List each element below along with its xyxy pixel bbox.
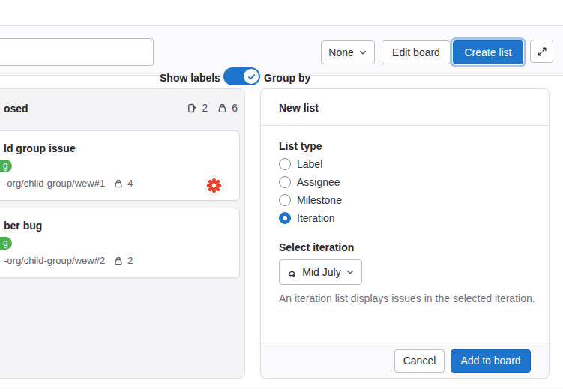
radio-button[interactable] <box>279 194 291 206</box>
panel-header: New list <box>261 89 549 126</box>
edit-board-label: Edit board <box>392 46 440 58</box>
edit-board-button[interactable]: Edit board <box>382 40 451 64</box>
chevron-down-icon <box>346 268 355 277</box>
group-by-dropdown[interactable]: None <box>321 40 375 64</box>
radio-option-milestone[interactable]: Milestone <box>279 194 342 206</box>
issue-count: 2 <box>202 102 208 114</box>
iteration-dropdown[interactable]: Mid July <box>279 259 362 285</box>
issue-card[interactable]: ber bug g -org/child-group/wew#2 2 <box>0 208 240 278</box>
issue-weight: 2 <box>127 255 133 266</box>
show-labels-label: Show labels <box>160 72 220 84</box>
issue-title: ld group issue <box>4 142 76 154</box>
issue-card[interactable]: ld group issue g -org/child-group/wew#1 … <box>0 130 240 201</box>
new-list-panel: New list List type Label Assignee Milest… <box>260 88 550 379</box>
iteration-description: An iteration list displays issues in the… <box>279 292 538 306</box>
issue-title: ber bug <box>4 220 42 232</box>
assignee-avatar[interactable] <box>204 175 224 196</box>
panel-footer: Cancel Add to board <box>261 343 549 378</box>
expand-board-button[interactable] <box>530 40 553 63</box>
issues-icon <box>187 103 198 114</box>
radio-option-iteration[interactable]: Iteration <box>279 212 335 224</box>
issue-reference: -org/child-group/wew#1 <box>4 178 105 189</box>
radio-label: Label <box>297 158 322 170</box>
weight-icon <box>217 103 228 114</box>
cancel-button[interactable]: Cancel <box>394 349 445 373</box>
expand-icon <box>537 46 547 57</box>
issue-label-badge[interactable]: g <box>0 160 12 172</box>
radio-label: Assignee <box>297 176 340 188</box>
weight-icon <box>113 256 124 266</box>
issue-label-badge[interactable]: g <box>0 237 12 250</box>
iteration-icon <box>286 267 298 278</box>
radio-label: Milestone <box>297 194 342 206</box>
issue-weight: 4 <box>127 178 133 189</box>
board-list-closed: osed 2 6 ld group issue g -org/child-gro… <box>0 88 245 379</box>
add-to-board-label: Add to board <box>460 355 520 367</box>
radio-button[interactable] <box>279 158 291 170</box>
chevron-down-icon <box>358 48 367 57</box>
add-to-board-button[interactable]: Add to board <box>451 349 531 373</box>
horizontal-divider <box>0 385 563 385</box>
check-icon <box>247 72 256 82</box>
radio-option-label[interactable]: Label <box>279 158 322 170</box>
group-by-value: None <box>328 46 353 58</box>
show-labels-toggle[interactable] <box>223 67 260 85</box>
create-list-label: Create list <box>464 46 511 58</box>
radio-label: Iteration <box>297 212 335 224</box>
list-title: osed <box>4 103 28 115</box>
toggle-knob <box>244 69 259 84</box>
select-iteration-label: Select iteration <box>279 241 354 253</box>
weight-icon <box>113 178 124 189</box>
iteration-value: Mid July <box>302 266 340 278</box>
panel-title: New list <box>279 102 319 114</box>
issue-reference-row: -org/child-group/wew#1 4 <box>4 178 133 189</box>
create-list-button[interactable]: Create list <box>453 40 523 64</box>
issue-reference-row: -org/child-group/wew#2 2 <box>4 255 133 266</box>
radio-button-selected[interactable] <box>279 212 291 224</box>
cancel-label: Cancel <box>403 355 436 367</box>
list-stats: 2 6 <box>187 102 238 114</box>
board-toolbar: Show labels Group by None Edit board Cre… <box>0 25 563 76</box>
issue-reference: -org/child-group/wew#2 <box>4 255 105 266</box>
radio-option-assignee[interactable]: Assignee <box>279 176 340 188</box>
weight-total: 6 <box>232 102 238 114</box>
group-by-label: Group by <box>264 72 310 84</box>
list-type-label: List type <box>279 140 322 152</box>
radio-button[interactable] <box>279 176 291 188</box>
filter-input[interactable] <box>0 38 154 66</box>
